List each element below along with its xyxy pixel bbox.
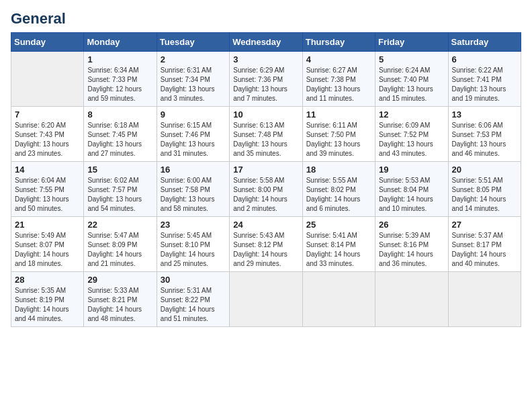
day-info: Sunrise: 6:13 AM Sunset: 7:48 PM Dayligh… bbox=[233, 121, 298, 158]
calendar-cell: 2Sunrise: 6:31 AM Sunset: 7:34 PM Daylig… bbox=[157, 52, 229, 107]
day-number: 24 bbox=[233, 220, 298, 230]
calendar-cell: 24Sunrise: 5:43 AM Sunset: 8:12 PM Dayli… bbox=[230, 217, 302, 272]
calendar-table: SundayMondayTuesdayWednesdayThursdayFrid… bbox=[11, 32, 521, 327]
day-number: 14 bbox=[15, 165, 80, 175]
calendar-cell: 9Sunrise: 6:15 AM Sunset: 7:46 PM Daylig… bbox=[157, 107, 229, 162]
day-number: 23 bbox=[161, 220, 226, 230]
day-number: 28 bbox=[15, 275, 80, 285]
day-info: Sunrise: 6:31 AM Sunset: 7:34 PM Dayligh… bbox=[161, 66, 226, 103]
calendar-cell: 29Sunrise: 5:33 AM Sunset: 8:21 PM Dayli… bbox=[84, 272, 157, 327]
calendar-cell: 15Sunrise: 6:02 AM Sunset: 7:57 PM Dayli… bbox=[84, 162, 157, 217]
calendar-cell: 10Sunrise: 6:13 AM Sunset: 7:48 PM Dayli… bbox=[230, 107, 302, 162]
day-info: Sunrise: 6:18 AM Sunset: 7:45 PM Dayligh… bbox=[87, 121, 152, 158]
calendar-cell: 6Sunrise: 6:22 AM Sunset: 7:41 PM Daylig… bbox=[448, 52, 521, 107]
day-number: 5 bbox=[379, 54, 444, 64]
calendar-cell: 21Sunrise: 5:49 AM Sunset: 8:07 PM Dayli… bbox=[11, 217, 84, 272]
header-tuesday: Tuesday bbox=[157, 33, 229, 52]
day-info: Sunrise: 6:06 AM Sunset: 7:53 PM Dayligh… bbox=[452, 121, 517, 158]
calendar-week-row: 21Sunrise: 5:49 AM Sunset: 8:07 PM Dayli… bbox=[11, 217, 521, 272]
day-number: 25 bbox=[306, 220, 371, 230]
calendar-cell: 12Sunrise: 6:09 AM Sunset: 7:52 PM Dayli… bbox=[375, 107, 448, 162]
day-info: Sunrise: 5:58 AM Sunset: 8:00 PM Dayligh… bbox=[233, 176, 298, 214]
calendar-cell: 23Sunrise: 5:45 AM Sunset: 8:10 PM Dayli… bbox=[157, 217, 229, 272]
calendar-cell bbox=[448, 272, 521, 327]
calendar-cell: 5Sunrise: 6:24 AM Sunset: 7:40 PM Daylig… bbox=[375, 52, 448, 107]
header-wednesday: Wednesday bbox=[230, 33, 302, 52]
day-info: Sunrise: 6:34 AM Sunset: 7:33 PM Dayligh… bbox=[87, 66, 152, 103]
day-info: Sunrise: 5:33 AM Sunset: 8:21 PM Dayligh… bbox=[87, 286, 152, 324]
calendar-cell: 7Sunrise: 6:20 AM Sunset: 7:43 PM Daylig… bbox=[11, 107, 84, 162]
header-saturday: Saturday bbox=[448, 33, 521, 52]
calendar-cell: 30Sunrise: 5:31 AM Sunset: 8:22 PM Dayli… bbox=[157, 272, 229, 327]
calendar-week-row: 14Sunrise: 6:04 AM Sunset: 7:55 PM Dayli… bbox=[11, 162, 521, 217]
day-info: Sunrise: 5:49 AM Sunset: 8:07 PM Dayligh… bbox=[15, 231, 80, 269]
calendar-cell: 22Sunrise: 5:47 AM Sunset: 8:09 PM Dayli… bbox=[84, 217, 157, 272]
header-sunday: Sunday bbox=[11, 33, 84, 52]
day-info: Sunrise: 5:31 AM Sunset: 8:22 PM Dayligh… bbox=[161, 286, 226, 324]
day-number: 10 bbox=[233, 109, 298, 120]
day-info: Sunrise: 5:37 AM Sunset: 8:17 PM Dayligh… bbox=[452, 231, 517, 269]
day-info: Sunrise: 5:41 AM Sunset: 8:14 PM Dayligh… bbox=[306, 231, 371, 269]
calendar-cell: 16Sunrise: 6:00 AM Sunset: 7:58 PM Dayli… bbox=[157, 162, 229, 217]
day-number: 3 bbox=[233, 54, 298, 64]
day-number: 30 bbox=[161, 275, 226, 285]
day-info: Sunrise: 5:55 AM Sunset: 8:02 PM Dayligh… bbox=[306, 176, 371, 214]
day-info: Sunrise: 6:27 AM Sunset: 7:38 PM Dayligh… bbox=[306, 66, 371, 103]
day-info: Sunrise: 5:39 AM Sunset: 8:16 PM Dayligh… bbox=[379, 231, 444, 269]
header-thursday: Thursday bbox=[302, 33, 375, 52]
day-info: Sunrise: 5:53 AM Sunset: 8:04 PM Dayligh… bbox=[379, 176, 444, 214]
day-number: 9 bbox=[161, 109, 226, 120]
day-number: 8 bbox=[87, 109, 152, 120]
calendar-cell: 13Sunrise: 6:06 AM Sunset: 7:53 PM Dayli… bbox=[448, 107, 521, 162]
day-number: 21 bbox=[15, 220, 80, 230]
day-number: 17 bbox=[233, 165, 298, 175]
day-number: 6 bbox=[452, 54, 517, 64]
calendar-header-row: SundayMondayTuesdayWednesdayThursdayFrid… bbox=[11, 33, 521, 52]
calendar-cell bbox=[230, 272, 302, 327]
day-number: 12 bbox=[379, 109, 444, 120]
day-number: 13 bbox=[452, 109, 517, 120]
calendar-cell: 17Sunrise: 5:58 AM Sunset: 8:00 PM Dayli… bbox=[230, 162, 302, 217]
calendar-cell: 27Sunrise: 5:37 AM Sunset: 8:17 PM Dayli… bbox=[448, 217, 521, 272]
calendar-cell: 18Sunrise: 5:55 AM Sunset: 8:02 PM Dayli… bbox=[302, 162, 375, 217]
calendar-week-row: 7Sunrise: 6:20 AM Sunset: 7:43 PM Daylig… bbox=[11, 107, 521, 162]
day-info: Sunrise: 5:43 AM Sunset: 8:12 PM Dayligh… bbox=[233, 231, 298, 269]
day-info: Sunrise: 5:47 AM Sunset: 8:09 PM Dayligh… bbox=[87, 231, 152, 269]
logo: General bbox=[11, 11, 66, 27]
day-info: Sunrise: 6:02 AM Sunset: 7:57 PM Dayligh… bbox=[87, 176, 152, 214]
day-info: Sunrise: 6:20 AM Sunset: 7:43 PM Dayligh… bbox=[15, 121, 80, 158]
calendar-cell: 28Sunrise: 5:35 AM Sunset: 8:19 PM Dayli… bbox=[11, 272, 84, 327]
calendar-body: 1Sunrise: 6:34 AM Sunset: 7:33 PM Daylig… bbox=[11, 52, 521, 327]
day-info: Sunrise: 5:51 AM Sunset: 8:05 PM Dayligh… bbox=[452, 176, 517, 214]
day-info: Sunrise: 6:24 AM Sunset: 7:40 PM Dayligh… bbox=[379, 66, 444, 103]
day-info: Sunrise: 6:00 AM Sunset: 7:58 PM Dayligh… bbox=[161, 176, 226, 214]
day-info: Sunrise: 6:15 AM Sunset: 7:46 PM Dayligh… bbox=[161, 121, 226, 158]
day-info: Sunrise: 6:09 AM Sunset: 7:52 PM Dayligh… bbox=[379, 121, 444, 158]
day-number: 15 bbox=[87, 165, 152, 175]
calendar-cell bbox=[375, 272, 448, 327]
day-number: 20 bbox=[452, 165, 517, 175]
calendar-cell: 1Sunrise: 6:34 AM Sunset: 7:33 PM Daylig… bbox=[84, 52, 157, 107]
page-header: General bbox=[11, 11, 521, 27]
logo-text: General bbox=[11, 11, 66, 27]
calendar-cell bbox=[302, 272, 375, 327]
day-info: Sunrise: 6:11 AM Sunset: 7:50 PM Dayligh… bbox=[306, 121, 371, 158]
calendar-cell bbox=[11, 52, 84, 107]
calendar-week-row: 28Sunrise: 5:35 AM Sunset: 8:19 PM Dayli… bbox=[11, 272, 521, 327]
day-number: 7 bbox=[15, 109, 80, 120]
day-info: Sunrise: 5:45 AM Sunset: 8:10 PM Dayligh… bbox=[161, 231, 226, 269]
header-monday: Monday bbox=[84, 33, 157, 52]
calendar-cell: 26Sunrise: 5:39 AM Sunset: 8:16 PM Dayli… bbox=[375, 217, 448, 272]
calendar-cell: 25Sunrise: 5:41 AM Sunset: 8:14 PM Dayli… bbox=[302, 217, 375, 272]
calendar-cell: 8Sunrise: 6:18 AM Sunset: 7:45 PM Daylig… bbox=[84, 107, 157, 162]
calendar-cell: 11Sunrise: 6:11 AM Sunset: 7:50 PM Dayli… bbox=[302, 107, 375, 162]
day-info: Sunrise: 6:22 AM Sunset: 7:41 PM Dayligh… bbox=[452, 66, 517, 103]
day-number: 1 bbox=[87, 54, 152, 64]
day-number: 19 bbox=[379, 165, 444, 175]
calendar-week-row: 1Sunrise: 6:34 AM Sunset: 7:33 PM Daylig… bbox=[11, 52, 521, 107]
day-number: 16 bbox=[161, 165, 226, 175]
day-number: 18 bbox=[306, 165, 371, 175]
header-friday: Friday bbox=[375, 33, 448, 52]
day-info: Sunrise: 6:04 AM Sunset: 7:55 PM Dayligh… bbox=[15, 176, 80, 214]
day-info: Sunrise: 6:29 AM Sunset: 7:36 PM Dayligh… bbox=[233, 66, 298, 103]
